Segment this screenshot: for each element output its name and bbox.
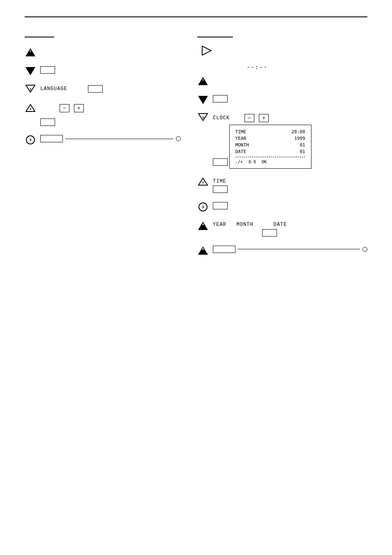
time-dots-display: --:-- [247, 64, 268, 70]
display-rect-left-3b [40, 118, 55, 126]
divider-line-right [238, 249, 360, 249]
step-4-content-right: YEAR MONTH DATE [213, 219, 367, 236]
step-num-r1: 1 [202, 78, 204, 81]
right-step-circle-3: 3 [197, 200, 367, 212]
clock-display-panel: TIME 20:00 YEAR 1999 MONTH 01 DATE [229, 125, 311, 169]
key-ok: OK [262, 160, 267, 164]
display-rect-right-4 [262, 229, 277, 237]
triangle-down-icon [25, 67, 35, 75]
display-rect-left-3 [88, 85, 103, 93]
step-3-icon-left: 3 [25, 84, 36, 95]
display-rect-left-circle [40, 135, 63, 142]
time-label: TIME [213, 179, 226, 184]
step-num: 5 [30, 59, 31, 63]
circle-3-content-left [40, 133, 181, 144]
clock-value-month: 01 [300, 142, 305, 148]
display-rect-right-3 [213, 158, 228, 166]
clock-row-year: YEAR 1999 [235, 136, 305, 141]
circle-3-content-right [213, 200, 367, 209]
clock-row-month: MONTH 01 [235, 142, 305, 148]
divider-line-left [65, 139, 173, 139]
step-num-r4: 4 [202, 223, 204, 226]
step-1-text-left [40, 48, 42, 54]
step-1-text-right [213, 77, 214, 83]
clock-value-year: 1999 [294, 136, 305, 141]
time-dots-row: --:-- [197, 63, 367, 70]
right-column: --:-- 1 5 [197, 30, 367, 263]
circle-end-left [176, 136, 181, 141]
display-rect-right-circle [213, 202, 228, 209]
display-rect-left-5 [40, 66, 55, 74]
right-section-title [197, 30, 233, 37]
plus-button-right[interactable]: + [259, 114, 269, 122]
step-4-icon-right: 4 [197, 219, 209, 231]
step-3b-icon-left: 3 [25, 102, 36, 114]
display-rect-right-5b [213, 246, 235, 253]
right-step-5: 5 [197, 93, 367, 105]
circle-icon: 3 [26, 135, 35, 144]
plus-button-left[interactable]: + [74, 104, 84, 112]
circle-icon-right: 3 [198, 202, 208, 211]
left-step-5: 5 [25, 65, 181, 76]
clock-label-time: TIME [235, 129, 247, 135]
circle-3-icon-left: 3 [25, 133, 36, 145]
clock-value-date: 01 [300, 149, 305, 154]
left-step-circle-3: 3 [25, 133, 181, 145]
left-step-3b: 3 − + [25, 102, 181, 126]
play-icon [201, 46, 212, 56]
triangle-down-icon-r5 [198, 96, 208, 104]
clock-value-time: 20:00 [292, 129, 305, 135]
main-content: 1 5 [25, 30, 367, 263]
play-icon-row [197, 46, 367, 57]
svg-text:3: 3 [202, 116, 204, 119]
display-rect-right-5 [213, 95, 228, 102]
right-step-5b: 5 [197, 244, 367, 255]
top-divider [25, 16, 367, 17]
circle-3-icon-right: 3 [197, 200, 209, 212]
date-rect-spacer [262, 229, 277, 235]
left-column: 1 5 [25, 30, 181, 263]
step-3-icon-right: 3 [197, 112, 209, 124]
left-step-1: 1 [25, 46, 181, 57]
circle-end-right [362, 247, 367, 252]
right-step-3b: 3 TIME [197, 176, 367, 193]
step-1-icon-right: 1 [197, 74, 209, 86]
svg-text:3: 3 [30, 107, 32, 111]
svg-text:3: 3 [30, 87, 32, 91]
key-minus-plus: -/+ [235, 160, 243, 164]
step-3b-icon-right: 3 [197, 176, 209, 188]
step-5b-icon-right: 5 [197, 244, 209, 255]
step-1-icon-left: 1 [25, 46, 36, 57]
divider-row-left [40, 135, 181, 142]
year-month-date-label: YEAR MONTH DATE [213, 222, 287, 228]
step-3-content-left: LANGUAGE [40, 84, 181, 93]
left-section-title [25, 30, 54, 37]
clock-row-date: DATE 01 [235, 149, 305, 154]
clock-label-month: MONTH [235, 142, 249, 148]
minus-button-right[interactable]: − [244, 114, 254, 122]
clock-divider [235, 157, 305, 157]
clock-label-date: DATE [235, 149, 247, 154]
step-5-icon-left: 5 [25, 65, 36, 76]
step-5-content-left [40, 65, 181, 74]
triangle-up-outline-icon: 3 [25, 104, 35, 112]
triangle-down-outline-icon: 3 [25, 85, 35, 93]
step-5-icon-right: 5 [197, 93, 209, 105]
right-step-4: 4 YEAR MONTH DATE [197, 219, 367, 236]
clock-label: CLOCK [213, 115, 230, 121]
step-3b-content-right: TIME [213, 176, 367, 193]
clock-label-year: YEAR [235, 136, 247, 141]
right-step-3: 3 CLOCK − + TIME [197, 112, 367, 169]
step-num-r5: 5 [202, 88, 204, 91]
clock-row-time: TIME 20:00 [235, 129, 305, 135]
language-label: LANGUAGE [40, 86, 67, 92]
triangle-up-outline-icon-r3b: 3 [198, 177, 208, 186]
page: 1 5 [0, 0, 392, 555]
minus-button-left[interactable]: − [60, 104, 69, 112]
left-step-3: 3 LANGUAGE [25, 84, 181, 95]
key-0-9: 0-9 [249, 160, 256, 164]
step-3b-content-left: − + [40, 102, 181, 126]
step-5-content-right [213, 93, 367, 102]
step-3-content-right: CLOCK − + TIME 20:00 YE [213, 112, 367, 169]
display-rect-right-3b [213, 186, 228, 193]
